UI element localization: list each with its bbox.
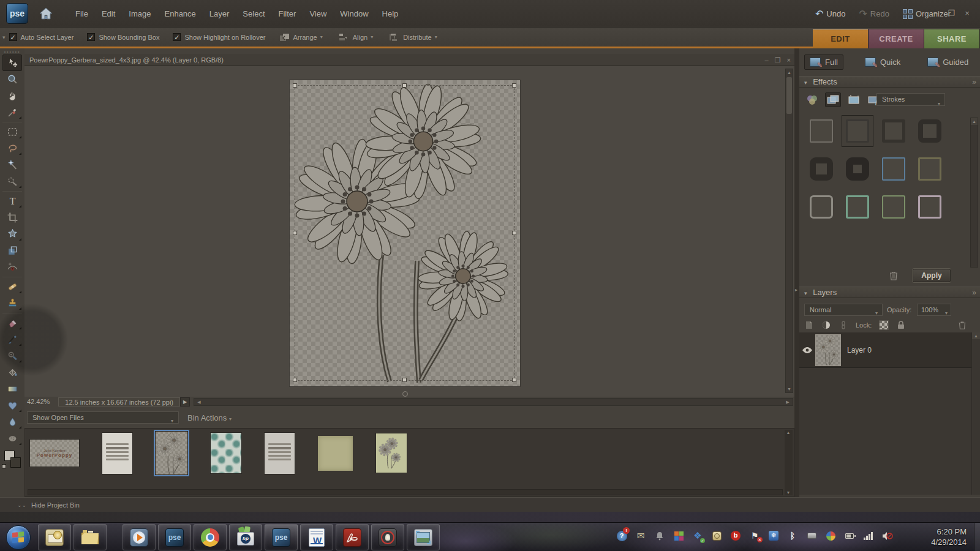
scrollbar-thumb[interactable] xyxy=(786,77,792,114)
menu-layer[interactable]: Layer xyxy=(204,6,235,21)
menu-image[interactable]: Image xyxy=(123,6,156,21)
layer-name[interactable]: Layer 0 xyxy=(847,346,872,354)
bin-filter-dropdown[interactable]: Show Open Files ▾ xyxy=(27,411,179,424)
bin-horizontal-scrollbar[interactable] xyxy=(28,489,783,495)
taskbar-app-outlook[interactable] xyxy=(38,524,71,550)
tray-dropbox-icon[interactable]: ❖✓ xyxy=(692,529,704,542)
menu-file[interactable]: File xyxy=(70,6,94,21)
tool-spot-healing[interactable] xyxy=(0,279,24,295)
checkbox-icon[interactable]: ✓ xyxy=(9,33,17,41)
tool-recompose[interactable] xyxy=(0,242,24,259)
tool-smart-brush[interactable] xyxy=(0,348,24,364)
tool-eyedropper[interactable] xyxy=(0,104,24,121)
layer-row[interactable]: Layer 0 xyxy=(799,332,971,368)
home-button[interactable] xyxy=(37,5,55,22)
doc-minimize-button[interactable]: – xyxy=(765,54,769,66)
stroke-soft-white[interactable] xyxy=(808,193,835,220)
lock-transparency-icon[interactable] xyxy=(879,320,889,330)
bin-item-flowers-green[interactable] xyxy=(376,433,407,473)
bin-item-olive-texture[interactable] xyxy=(318,436,353,471)
tray-mail-icon[interactable]: ✉ xyxy=(635,529,647,542)
tool-clone-stamp[interactable] xyxy=(0,295,24,312)
effects-scrollbar[interactable]: ▲ xyxy=(970,118,978,268)
tab-share[interactable]: SHARE xyxy=(924,29,980,48)
doc-close-button[interactable]: × xyxy=(787,54,791,66)
mode-guided[interactable]: Guided xyxy=(922,54,974,70)
tray-snowflake-icon[interactable]: ❄ xyxy=(767,529,780,542)
tool-zoom[interactable] xyxy=(0,71,24,88)
stroke-thin-blue[interactable] xyxy=(880,156,907,182)
taskbar-app-photoshop-elements[interactable]: pse xyxy=(158,524,191,550)
tab-edit[interactable]: EDIT xyxy=(813,29,869,48)
default-colors-icon[interactable] xyxy=(2,464,6,468)
tray-notification-bell-icon[interactable] xyxy=(654,529,666,542)
bin-actions-dropdown[interactable]: Bin Actions ▾ xyxy=(187,413,232,422)
arrange-button[interactable]: Arrange▾ xyxy=(279,33,323,42)
tool-eraser[interactable] xyxy=(0,315,24,331)
taskbar-app-adobe-reader[interactable] xyxy=(336,524,369,550)
scroll-up-icon[interactable]: ▲ xyxy=(972,332,980,339)
layers-panel-header[interactable]: ▾ Layers » xyxy=(799,287,980,298)
taskbar-app-windows-explorer[interactable] xyxy=(74,524,107,550)
layer-styles-icon[interactable] xyxy=(825,92,841,107)
photo-effects-icon[interactable] xyxy=(846,92,862,107)
blend-mode-dropdown[interactable]: Normal ▾ xyxy=(804,304,883,316)
mode-quick[interactable]: Quick xyxy=(859,54,906,70)
tool-shape[interactable] xyxy=(0,397,24,414)
undo-button[interactable]: ↶ Undo xyxy=(810,6,850,22)
checkbox-auto-select-layer[interactable]: ✓Auto Select Layer xyxy=(9,33,74,41)
taskbar-app-windows-media-player[interactable] xyxy=(123,524,156,550)
rotate-handle[interactable] xyxy=(402,391,408,397)
color-swatches[interactable] xyxy=(0,449,24,474)
tool-quick-selection[interactable] xyxy=(0,173,24,190)
scroll-down-icon[interactable]: ▼ xyxy=(786,386,793,392)
layer-thumbnail[interactable] xyxy=(815,334,841,366)
tray-battery-icon[interactable] xyxy=(843,529,856,542)
apply-button[interactable]: Apply xyxy=(913,269,951,282)
tool-paint-bucket[interactable] xyxy=(0,364,24,381)
stroke-medium-dark[interactable] xyxy=(880,118,907,144)
checkbox-icon[interactable]: ✓ xyxy=(87,33,95,41)
menu-enhance[interactable]: Enhance xyxy=(159,6,202,21)
taskbar-app-photo-viewer[interactable] xyxy=(407,524,440,550)
document-title-bar[interactable]: PoewrPoppy_Gerbera_sized_4x3.jpg @ 42.4%… xyxy=(24,54,794,66)
tool-lasso[interactable] xyxy=(0,140,24,157)
align-button[interactable]: Align▾ xyxy=(339,33,373,42)
tray-help-alert-icon[interactable]: ?! xyxy=(616,529,628,542)
menu-filter[interactable]: Filter xyxy=(273,6,302,21)
taskbar-clock[interactable]: 6:20 PM 4/29/2014 xyxy=(931,527,967,547)
tray-color-pinwheel-icon[interactable] xyxy=(824,529,837,542)
lock-all-icon[interactable] xyxy=(896,320,906,330)
stroke-green-teal[interactable] xyxy=(844,193,871,220)
document-dimensions[interactable]: 12.5 inches x 16.667 inches (72 ppi) xyxy=(58,397,180,407)
stroke-xthick-dark[interactable] xyxy=(808,156,835,182)
delete-effect-button[interactable] xyxy=(888,270,900,282)
scroll-right-icon[interactable]: ▶ xyxy=(784,399,791,405)
opacity-dropdown[interactable]: 100% ▾ xyxy=(917,304,951,316)
tool-type[interactable]: T xyxy=(0,193,24,209)
redo-button[interactable]: ↷ Redo xyxy=(854,6,894,22)
canvas-vertical-scrollbar[interactable]: ▲ ▼ xyxy=(785,69,793,393)
tool-blur[interactable] xyxy=(0,414,24,430)
layers-scrollbar[interactable]: ▲ xyxy=(971,332,980,495)
checkbox-show-bounding-box[interactable]: ✓Show Bounding Box xyxy=(87,33,159,41)
bin-item-gerbera-sketch[interactable] xyxy=(156,432,187,474)
tool-marquee[interactable] xyxy=(0,124,24,140)
stroke-xxthick-dark[interactable] xyxy=(844,156,871,182)
doc-restore-button[interactable]: ❐ xyxy=(775,54,781,66)
stroke-thin-olive[interactable] xyxy=(916,156,943,182)
menu-select[interactable]: Select xyxy=(237,6,270,21)
link-layers-icon[interactable] xyxy=(839,320,848,330)
scroll-left-icon[interactable]: ◀ xyxy=(195,399,203,405)
tab-create[interactable]: CREATE xyxy=(869,29,924,48)
menu-help[interactable]: Help xyxy=(377,6,404,21)
stroke-pink[interactable] xyxy=(916,193,943,220)
effects-panel-header[interactable]: ▾ Effects » xyxy=(799,76,980,88)
scroll-up-icon[interactable]: ▲ xyxy=(786,69,793,76)
window-close-button[interactable]: × xyxy=(963,9,971,18)
checkbox-show-highlight-on-rollover[interactable]: ✓Show Highlight on Rollover xyxy=(173,33,265,41)
tool-hand[interactable] xyxy=(0,88,24,104)
show-desktop-button[interactable] xyxy=(974,523,980,551)
tray-sync-clock-icon[interactable] xyxy=(710,529,723,542)
collapse-triangle-icon[interactable]: ▾ xyxy=(804,80,807,86)
